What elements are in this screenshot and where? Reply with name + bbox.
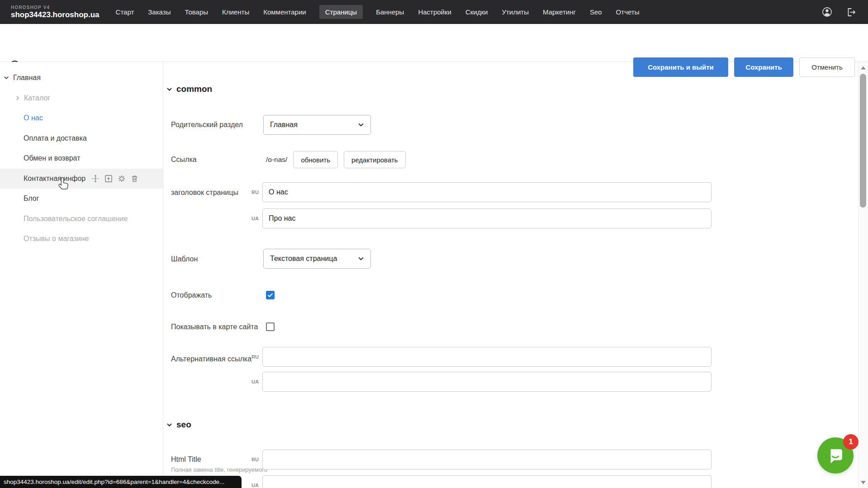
alt-link-ua-input[interactable] [262,372,711,392]
chat-notification-badge: 1 [843,434,859,450]
link-edit-button[interactable]: редактировать [344,151,406,168]
parent-section-select[interactable]: Главная [263,115,371,135]
html-title-ru-input[interactable] [262,450,711,469]
parent-section-label: Родительский раздел [171,120,243,130]
scroll-up-arrow-icon[interactable] [859,66,868,70]
page-title-label: заголовок страницы [171,188,238,198]
scrollbar-thumb[interactable] [860,74,866,208]
link-label: Ссылка [171,155,197,165]
display-checkbox[interactable] [266,291,275,299]
chat-bubble-icon [826,446,845,465]
section-common-header[interactable]: common [166,84,212,94]
vertical-scrollbar[interactable] [858,62,868,488]
chevron-down-icon [358,256,364,262]
ua-lang-badge: UA [247,483,259,488]
ru-lang-badge: RU [247,190,259,195]
scroll-down-arrow-icon[interactable] [859,481,868,484]
sitemap-checkbox[interactable] [266,322,275,331]
link-update-button[interactable]: обновить [293,151,338,168]
template-label: Шаблон [171,254,198,264]
ru-lang-badge: RU [247,354,259,360]
ru-lang-badge: RU [247,457,259,462]
page-title-ua-input[interactable] [262,208,711,228]
sitemap-label: Показывать в карте сайта [171,322,258,332]
checkmark-icon [267,292,273,298]
chevron-down-icon [358,122,364,128]
link-path-value: /o-nas/ [266,156,287,164]
browser-link-preview: shop34423.horoshop.ua/edit/edit.php?id=6… [0,476,242,488]
template-select[interactable]: Текстовая страница [263,249,371,269]
chevron-down-icon [166,86,172,92]
alt-link-label: Альтернативная ссылка [171,354,251,364]
alt-link-ru-input[interactable] [262,347,711,367]
page-title-ru-input[interactable] [262,182,711,202]
ua-lang-badge: UA [247,216,259,221]
page-edit-form: common Родительский раздел Главная Ссылк… [0,0,868,488]
chevron-down-icon [166,422,172,428]
display-label: Отображать [171,290,212,300]
ua-lang-badge: UA [247,379,259,384]
html-title-label: Html Title [171,455,201,464]
html-title-ua-input[interactable] [262,475,711,488]
section-seo-header[interactable]: seo [166,420,191,430]
